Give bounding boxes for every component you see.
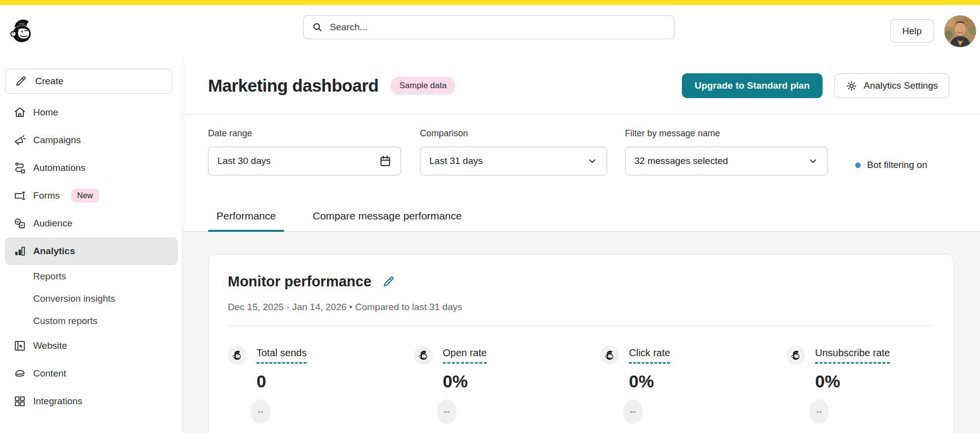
metric-value: 0%: [629, 372, 786, 391]
tab-compare-message-performance[interactable]: Compare message performance: [304, 210, 470, 231]
search-icon: [311, 21, 323, 33]
page-header: Marketing dashboard Sample data Upgrade …: [183, 57, 980, 114]
sidebar-item-label: Reports: [33, 271, 66, 282]
metric-click-rate: Click rate 0% --: [600, 346, 786, 424]
freddie-metric-icon: [600, 346, 619, 365]
message-filter-value: 32 messages selected: [634, 156, 728, 166]
sidebar-item-home[interactable]: Home: [0, 99, 182, 126]
date-range-filter: Date range Last 30 days: [208, 128, 401, 175]
automations-flow-icon: [13, 162, 26, 174]
metric-label[interactable]: Click rate: [629, 347, 670, 364]
settings-label: Analytics Settings: [864, 80, 938, 91]
analytics-tabs: Performance Compare message performance: [183, 190, 980, 232]
sidebar-item-integrations[interactable]: Integrations: [0, 387, 182, 415]
metric-label[interactable]: Total sends: [257, 347, 307, 364]
monitor-performance-card: Monitor performance Dec 15, 2025 - Jan 1…: [208, 254, 954, 433]
sidebar-item-label: Home: [33, 107, 58, 118]
analytics-settings-button[interactable]: Analytics Settings: [834, 73, 949, 98]
sidebar-item-content[interactable]: Content: [0, 360, 182, 387]
comparison-value: Last 31 days: [429, 156, 483, 166]
freddie-metric-icon: [228, 346, 247, 365]
sidebar-item-analytics[interactable]: Analytics: [5, 237, 178, 265]
metric-delta-badge: --: [437, 399, 457, 424]
integrations-grid-icon: [13, 395, 26, 408]
message-filter-select[interactable]: 32 messages selected: [625, 147, 828, 175]
bot-filtering-status: Bot filtering on: [855, 160, 927, 170]
mailchimp-freddie-icon: [7, 16, 37, 46]
mailchimp-logo[interactable]: [7, 9, 41, 53]
bot-filtering-label: Bot filtering on: [867, 160, 927, 170]
create-label: Create: [35, 76, 63, 87]
freddie-metric-icon: [414, 346, 433, 365]
dashboard-body: Monitor performance Dec 15, 2025 - Jan 1…: [183, 232, 980, 433]
create-button[interactable]: Create: [5, 69, 172, 94]
chevron-down-icon: [587, 156, 598, 166]
status-dot-icon: [855, 162, 861, 168]
global-search[interactable]: [303, 15, 674, 39]
message-filter-label: Filter by message name: [625, 128, 828, 139]
sidebar-item-label: Website: [33, 340, 67, 351]
top-right-actions: Help: [890, 5, 976, 57]
metric-value: 0%: [815, 372, 973, 391]
sidebar-item-label: Conversion insights: [33, 293, 115, 304]
metric-unsubscribe-rate: Unsubscribe rate 0% --: [786, 346, 973, 424]
comparison-label: Comparison: [420, 128, 607, 139]
brand-yellow-strip: [0, 0, 980, 5]
comparison-filter: Comparison Last 31 days: [420, 128, 607, 175]
metric-value: 0: [257, 372, 414, 391]
audience-icon: [13, 217, 26, 230]
sidebar-item-audience[interactable]: Audience: [0, 210, 182, 237]
sample-data-badge: Sample data: [391, 77, 455, 95]
filter-bar: Date range Last 30 days Comparison Last …: [183, 115, 980, 190]
metric-delta-badge: --: [623, 399, 643, 424]
sidebar-item-website[interactable]: Website: [0, 332, 182, 360]
forms-field-icon: [13, 189, 26, 202]
user-avatar[interactable]: [944, 15, 976, 47]
sidebar-item-label: Audience: [33, 218, 72, 229]
metrics-row: Total sends 0 -- Open rate: [228, 346, 934, 424]
sidebar-item-campaigns[interactable]: Campaigns: [0, 126, 182, 154]
sidebar-item-reports[interactable]: Reports: [0, 265, 182, 287]
content-icon: [13, 367, 26, 380]
sidebar-item-label: Integrations: [33, 396, 82, 407]
sidebar-nav: Home Campaigns Automat: [0, 99, 182, 415]
metric-delta-badge: --: [251, 399, 270, 424]
sidebar-item-label: Campaigns: [33, 135, 81, 146]
sidebar: Create Home Camp: [0, 57, 183, 433]
card-divider: [228, 325, 934, 326]
new-badge: New: [71, 189, 99, 203]
card-title: Monitor performance: [228, 273, 371, 290]
main-content: Marketing dashboard Sample data Upgrade …: [183, 57, 980, 433]
freddie-metric-icon: [786, 346, 805, 365]
top-bar: Help: [0, 5, 980, 57]
message-name-filter: Filter by message name 32 messages selec…: [625, 128, 828, 175]
sidebar-item-label: Analytics: [33, 246, 75, 257]
edit-pencil-icon: [382, 275, 395, 288]
metric-value: 0%: [443, 372, 600, 391]
search-input[interactable]: [330, 22, 666, 33]
sidebar-item-forms[interactable]: Forms New: [0, 182, 182, 210]
megaphone-icon: [13, 134, 26, 147]
analytics-bars-icon: [13, 245, 26, 258]
gear-icon: [846, 80, 857, 92]
sidebar-item-label: Content: [33, 368, 66, 379]
sidebar-item-conversion-insights[interactable]: Conversion insights: [0, 287, 182, 310]
sidebar-item-label: Forms: [33, 190, 60, 201]
metric-label[interactable]: Unsubscribe rate: [815, 347, 890, 364]
comparison-select[interactable]: Last 31 days: [420, 147, 607, 175]
sidebar-item-custom-reports[interactable]: Custom reports: [0, 310, 182, 332]
pencil-icon: [14, 75, 27, 88]
metric-total-sends: Total sends 0 --: [228, 346, 414, 424]
mailchimp-app: Help: [0, 0, 980, 433]
tab-performance[interactable]: Performance: [208, 210, 284, 231]
upgrade-button[interactable]: Upgrade to Standard plan: [682, 73, 823, 98]
edit-title-button[interactable]: [382, 275, 396, 289]
date-range-value: Last 30 days: [217, 156, 271, 166]
date-range-input[interactable]: Last 30 days: [208, 147, 401, 175]
metric-open-rate: Open rate 0% --: [414, 346, 600, 424]
chevron-down-icon: [808, 156, 819, 166]
help-button[interactable]: Help: [890, 19, 933, 43]
sidebar-item-automations[interactable]: Automations: [0, 154, 182, 182]
metric-label[interactable]: Open rate: [443, 347, 487, 364]
card-date-range: Dec 15, 2025 - Jan 14, 2026 • Compared t…: [228, 302, 934, 313]
